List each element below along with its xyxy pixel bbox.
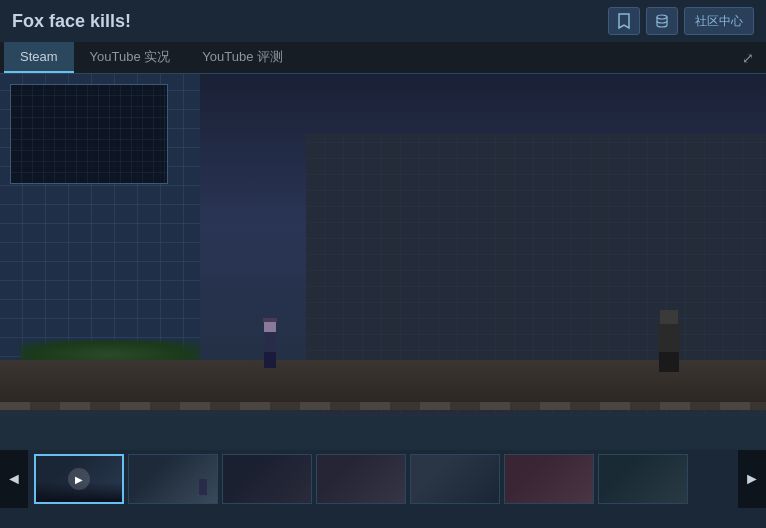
thumbnail-7[interactable]: [598, 454, 688, 504]
next-arrow-icon: ►: [744, 470, 760, 488]
database-icon: [655, 13, 669, 29]
thumbnail-1[interactable]: ▶: [34, 454, 124, 504]
hud-minimap: [10, 84, 168, 184]
header-icon-group: 社区中心: [608, 7, 754, 35]
thumbnail-5[interactable]: [410, 454, 500, 504]
thumbnail-scroll-area: ▶: [28, 450, 738, 508]
expand-button[interactable]: ⤢: [734, 44, 762, 72]
prev-arrow-icon: ◄: [6, 470, 22, 488]
community-center-button[interactable]: 社区中心: [684, 7, 754, 35]
ground-detail: [0, 402, 766, 410]
enemy-head: [660, 310, 678, 324]
header: Fox face kills! 社区中心: [0, 0, 766, 42]
char-head: [264, 322, 276, 332]
community-label: 社区中心: [695, 13, 743, 30]
thumbnail-2[interactable]: [128, 454, 218, 504]
enemy-character: [651, 310, 686, 380]
tab-youtube-review[interactable]: YouTube 评测: [186, 42, 299, 73]
page-title: Fox face kills!: [12, 11, 131, 32]
svg-point-0: [657, 15, 667, 19]
bookmark-icon: [617, 13, 631, 29]
thumbnail-3[interactable]: [222, 454, 312, 504]
game-screenshot: [0, 74, 766, 450]
player-character: [260, 320, 280, 370]
tab-steam[interactable]: Steam: [4, 42, 74, 73]
tabs-bar: Steam YouTube 实况 YouTube 评测 ⤢: [0, 42, 766, 74]
media-viewer: [0, 74, 766, 450]
enemy-body: [658, 324, 680, 352]
thumbnail-6[interactable]: [504, 454, 594, 504]
thumb-2-art: [199, 479, 207, 495]
tab-youtube-live[interactable]: YouTube 实况: [74, 42, 187, 73]
char-body: [265, 332, 275, 352]
thumbnail-strip: ◄ ▶ ►: [0, 450, 766, 508]
char-legs: [264, 352, 276, 368]
minimap-inner: [11, 85, 167, 183]
bookmark-button[interactable]: [608, 7, 640, 35]
thumb-next-button[interactable]: ►: [738, 450, 766, 508]
thumbnail-4[interactable]: [316, 454, 406, 504]
thumb-play-icon: ▶: [68, 468, 90, 490]
enemy-legs: [659, 352, 679, 372]
thumb-prev-button[interactable]: ◄: [0, 450, 28, 508]
database-button[interactable]: [646, 7, 678, 35]
